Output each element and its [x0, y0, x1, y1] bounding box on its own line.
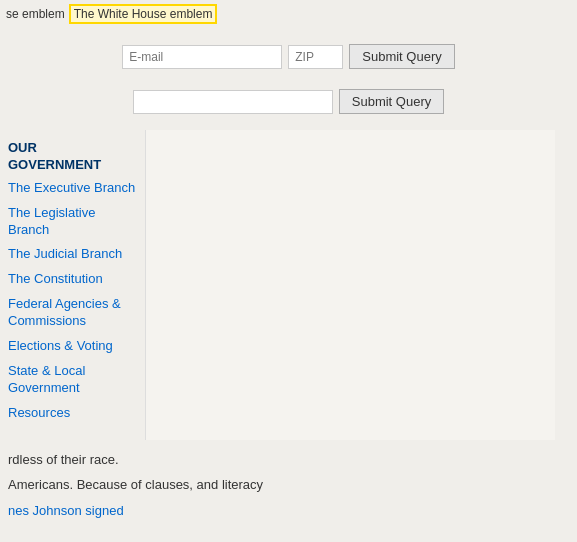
sidebar-item-state-local[interactable]: State & Local Government: [8, 363, 137, 397]
search-submit-button[interactable]: Submit Query: [339, 89, 444, 114]
content-area: [145, 130, 555, 440]
sidebar-item-legislative[interactable]: The Legislative Branch: [8, 205, 137, 239]
sidebar-item-constitution[interactable]: The Constitution: [8, 271, 137, 288]
bottom-text-line2: Americans. Because of clauses, and liter…: [8, 475, 569, 495]
page-wrapper: se emblem The White House emblem Submit …: [0, 0, 577, 536]
search-input[interactable]: [133, 90, 333, 114]
bottom-text-area: rdless of their race. Americans. Because…: [0, 440, 577, 537]
emblem-prefix: se emblem: [6, 7, 65, 21]
zip-input[interactable]: [288, 45, 343, 69]
sidebar: OUR GOVERNMENT The Executive Branch The …: [0, 130, 145, 440]
emblem-highlighted-text: The White House emblem: [69, 4, 218, 24]
bottom-text-line1: rdless of their race.: [8, 450, 569, 470]
email-zip-form: Submit Query: [0, 28, 577, 79]
email-input[interactable]: [122, 45, 282, 69]
sidebar-item-judicial[interactable]: The Judicial Branch: [8, 246, 137, 263]
sidebar-item-resources[interactable]: Resources: [8, 405, 137, 422]
sidebar-item-executive[interactable]: The Executive Branch: [8, 180, 137, 197]
bottom-text-line3: nes Johnson signed: [8, 501, 569, 521]
sidebar-item-agencies[interactable]: Federal Agencies & Commissions: [8, 296, 137, 330]
sidebar-heading: OUR GOVERNMENT: [8, 140, 137, 174]
emblem-bar: se emblem The White House emblem: [0, 0, 577, 28]
main-content: OUR GOVERNMENT The Executive Branch The …: [0, 130, 577, 440]
sidebar-item-elections[interactable]: Elections & Voting: [8, 338, 137, 355]
search-section: Submit Query: [0, 79, 577, 130]
email-zip-submit-button[interactable]: Submit Query: [349, 44, 454, 69]
bottom-text-link[interactable]: nes Johnson signed: [8, 503, 124, 518]
